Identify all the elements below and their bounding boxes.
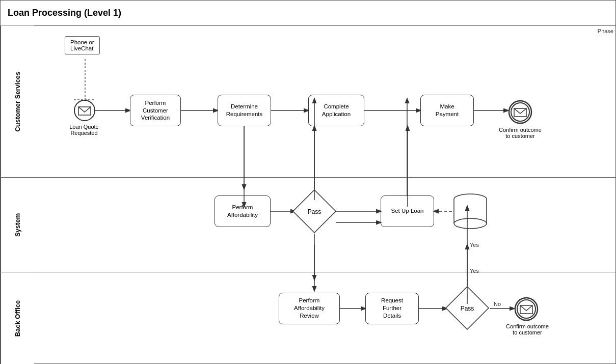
start-event bbox=[74, 100, 95, 121]
database-cylinder bbox=[452, 192, 489, 233]
lanes-container: Customer Services Phone or LiveChat bbox=[1, 26, 616, 364]
perform-customer-box: Perform Customer Verification bbox=[130, 95, 181, 126]
title-text: Loan Processing (Level 1) bbox=[8, 8, 121, 18]
lane-customer: Customer Services Phone or LiveChat bbox=[1, 26, 616, 178]
lane-content-backoffice: Perform Affordability Review bbox=[34, 272, 616, 364]
diagram-wrapper: Loan Processing (Level 1) Phase Customer… bbox=[0, 0, 616, 364]
lane-label-system: System bbox=[1, 178, 34, 272]
pass-diamond-backoffice: Pass bbox=[445, 286, 490, 332]
svg-point-24 bbox=[454, 218, 487, 229]
lane-backoffice: Back Office Perform Affordability Review bbox=[1, 272, 616, 364]
svg-text:Pass: Pass bbox=[461, 305, 474, 312]
svg-text:Pass: Pass bbox=[308, 208, 322, 215]
confirm-outcome-back-label: Confirm outcome to customer bbox=[502, 323, 553, 335]
determine-requirements-box: Determine Requirements bbox=[218, 95, 271, 126]
loan-quote-label: Loan Quote Requested bbox=[64, 124, 104, 136]
make-payment-box: Make Payment bbox=[420, 95, 474, 126]
perform-affordability-box: Perform Affordability bbox=[215, 195, 271, 227]
confirm-outcome-top-label: Confirm outcome to customer bbox=[497, 127, 544, 139]
lane-content-system: Perform Affordability bbox=[34, 178, 616, 272]
lane-content-customer: Phone or LiveChat Loa bbox=[34, 26, 616, 177]
complete-application-box: Complete Application bbox=[308, 95, 364, 126]
phone-livechat-box: Phone or LiveChat bbox=[65, 36, 100, 54]
lane-system: System Perform Affordability bbox=[1, 178, 616, 272]
end-event-top bbox=[508, 100, 532, 124]
pass-diamond-system: Pass bbox=[292, 189, 337, 236]
lane-label-backoffice: Back Office bbox=[1, 272, 34, 364]
lane-label-customer: Customer Services bbox=[1, 26, 34, 177]
svg-point-2 bbox=[74, 100, 95, 121]
svg-text:No: No bbox=[494, 301, 501, 307]
setup-loan-box: Set Up Loan bbox=[381, 195, 434, 227]
end-event-back bbox=[514, 297, 539, 321]
request-further-details-box: Request Further Details bbox=[365, 293, 419, 324]
perform-affordability-review-box: Perform Affordability Review bbox=[279, 293, 340, 324]
diagram-title: Loan Processing (Level 1) bbox=[1, 1, 615, 26]
